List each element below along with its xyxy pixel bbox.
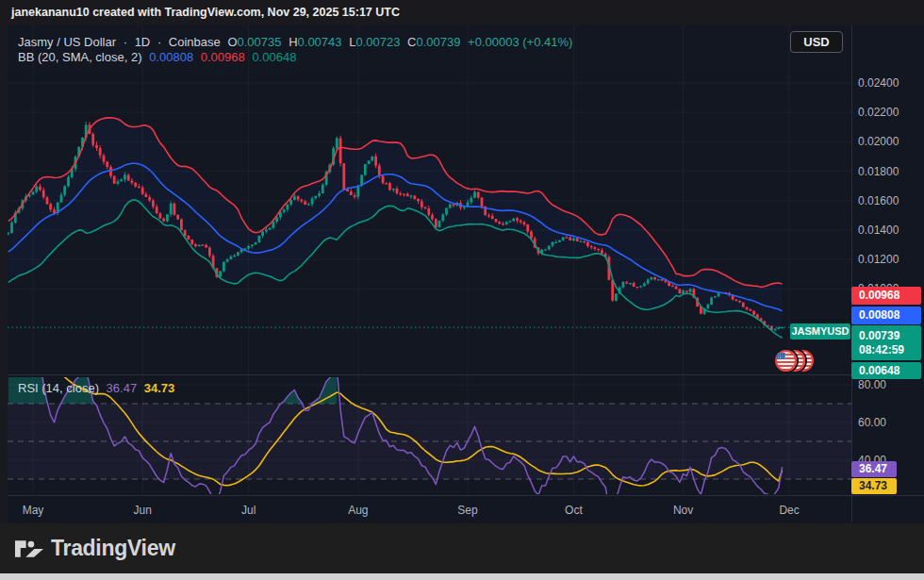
interval-label[interactable]: 1D <box>135 35 151 49</box>
exchange-label: Coinbase <box>169 35 221 49</box>
price-axis-tick: 0.02200 <box>858 105 899 120</box>
currency-toggle-button[interactable]: USD <box>790 31 843 53</box>
price-axis-tick: 0.01800 <box>858 164 899 179</box>
price-axis-tick: 0.01200 <box>858 252 899 267</box>
rsi-value-tag: 36.47 <box>851 461 897 477</box>
bb-basis-tag: 0.00808 <box>851 307 921 324</box>
us-flag-icon <box>775 350 797 372</box>
price-axis-tick: 0.02400 <box>858 75 899 91</box>
symbol-price-label-text: JASMYUSD <box>791 325 849 337</box>
price-axis-tick: 0.01400 <box>858 223 899 238</box>
bb-label[interactable]: BB (20, SMA, close, 2) <box>18 50 142 64</box>
rsi-axis-tick: 80.00 <box>858 377 886 392</box>
price-chart-canvas[interactable] <box>0 0 924 580</box>
rsi-label[interactable]: RSI (14, close) <box>18 381 99 395</box>
open-value: 0.00735 <box>238 35 282 49</box>
close-value: 0.00739 <box>416 35 460 49</box>
close-key: C <box>407 35 416 49</box>
change-value: +0.00003 (+0.41%) <box>468 35 572 49</box>
bb-lower-value: 0.00648 <box>252 50 296 64</box>
flag-stickers-icon <box>775 350 815 373</box>
rsi-ma-value: 34.73 <box>144 381 175 395</box>
open-key: O <box>227 35 237 49</box>
time-axis-label: Jul <box>234 503 264 518</box>
symbol-price-label: JASMYUSD <box>790 323 850 340</box>
footer-bar: TradingView <box>0 523 924 573</box>
last-price-tag: 0.0073908:42:59 <box>851 325 921 360</box>
time-axis-label: Jun <box>127 503 157 518</box>
bb-lower-tag: 0.00648 <box>851 362 921 379</box>
rsi-indicator-legend[interactable]: RSI (14, close) 36.47 34.73 <box>18 381 178 395</box>
time-axis-label: Aug <box>343 503 373 518</box>
rsi-axis-tick: 60.00 <box>858 415 886 430</box>
high-key: H <box>289 35 297 49</box>
symbol-title[interactable]: Jasmy / US Dollar <box>18 35 116 49</box>
currency-label: USD <box>803 35 829 49</box>
bb-basis-value: 0.00808 <box>149 50 193 64</box>
legend-separator: · <box>124 35 127 49</box>
page-bottom-strip <box>0 573 924 580</box>
watermark-bar: janekananu10 created with TradingView.co… <box>0 0 924 25</box>
tradingview-logo-icon[interactable] <box>14 538 43 560</box>
rsi-value: 36.47 <box>107 381 138 395</box>
bb-upper-value: 0.00968 <box>201 50 245 64</box>
time-axis-label: Oct <box>558 503 588 518</box>
tradingview-logo-text[interactable]: TradingView <box>51 536 175 561</box>
high-value: 0.00743 <box>298 35 342 49</box>
watermark-text: janekananu10 created with TradingView.co… <box>11 6 400 19</box>
symbol-legend[interactable]: Jasmy / US Dollar · 1D · Coinbase O0.007… <box>18 35 576 49</box>
price-axis-tick: 0.02000 <box>858 134 899 149</box>
time-axis-label: Nov <box>668 503 699 518</box>
bb-upper-tag: 0.00968 <box>851 287 921 305</box>
tradingview-widget: janekananu10 created with TradingView.co… <box>0 0 924 580</box>
price-axis-tick: 0.01600 <box>858 193 899 208</box>
time-axis-label: Sep <box>453 503 483 518</box>
rsi-ma-tag: 34.73 <box>851 478 897 494</box>
chart-left-margin <box>0 25 8 523</box>
time-axis-label: Dec <box>774 503 804 518</box>
bb-indicator-legend[interactable]: BB (20, SMA, close, 2) 0.00808 0.00968 0… <box>18 50 300 64</box>
legend-separator: · <box>157 35 161 49</box>
time-axis-label: May <box>18 503 48 518</box>
low-value: 0.00723 <box>355 35 400 49</box>
